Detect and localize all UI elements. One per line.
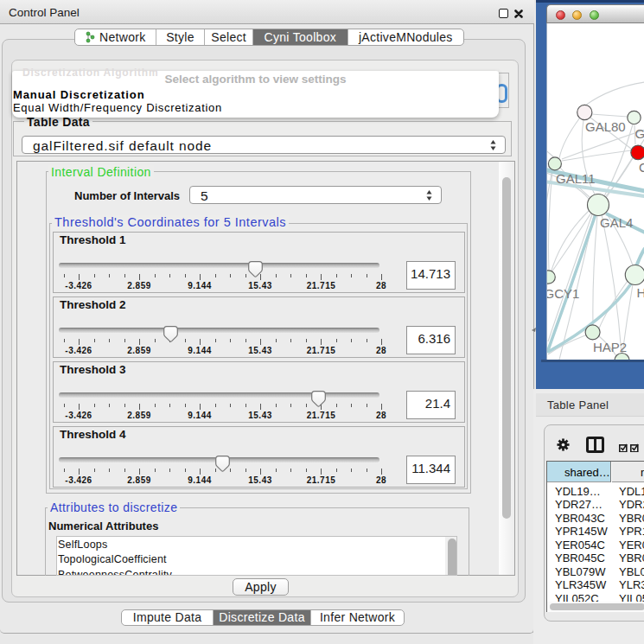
svg-text:GAL4: GAL4 <box>600 215 633 230</box>
svg-text:CD: CD <box>639 160 644 175</box>
svg-text:GCY1: GCY1 <box>547 286 579 301</box>
svg-text:GAL11: GAL11 <box>556 171 596 186</box>
svg-text:HIS4: HIS4 <box>637 285 644 300</box>
svg-text:HAP2: HAP2 <box>593 340 627 354</box>
svg-text:GA: GA <box>635 126 644 141</box>
svg-text:GAL80: GAL80 <box>585 119 626 134</box>
